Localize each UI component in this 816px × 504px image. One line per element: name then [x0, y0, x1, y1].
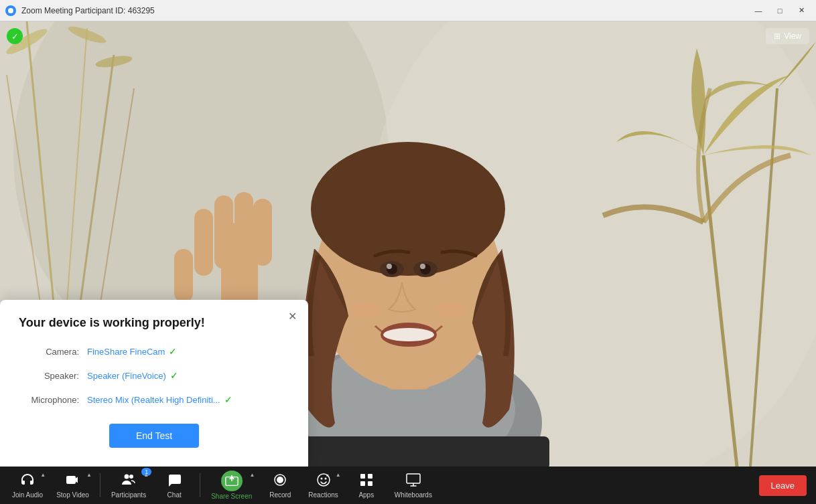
end-test-button[interactable]: End Test: [109, 424, 199, 448]
popup-close-button[interactable]: ✕: [284, 308, 300, 324]
svg-rect-29: [194, 209, 213, 276]
camera-row: Camera: FineShare FineCam ✓: [19, 346, 289, 357]
speaker-row: Speaker: Speaker (FineVoice) ✓: [19, 370, 289, 381]
whiteboards-label: Whiteboards: [395, 491, 432, 499]
speaker-name: Speaker (FineVoice): [87, 371, 166, 381]
whiteboards-icon: [405, 472, 421, 490]
view-button[interactable]: ⊞ View: [766, 28, 809, 44]
svg-point-39: [277, 477, 283, 483]
stop-video-label: Stop Video: [56, 491, 89, 499]
microphone-row: Microphone: Stereo Mix (Realtek High Def…: [19, 394, 289, 405]
toolbar: Join Audio ▲ Stop Video ▲ 1 Participants…: [0, 467, 816, 504]
view-label: View: [784, 31, 801, 41]
record-icon: [272, 472, 288, 490]
svg-rect-46: [368, 481, 372, 486]
speaker-check: ✓: [170, 370, 178, 381]
camera-name: FineShare FineCam: [87, 347, 165, 357]
status-check: ✓: [11, 31, 19, 41]
microphone-name: Stereo Mix (Realtek High Definiti...: [87, 395, 220, 405]
close-button[interactable]: ✕: [792, 3, 811, 18]
svg-rect-32: [253, 199, 272, 266]
svg-point-25: [383, 328, 434, 341]
svg-rect-31: [234, 192, 253, 266]
app-icon: [5, 5, 16, 16]
camera-label: Camera:: [19, 347, 79, 357]
camera-value: FineShare FineCam ✓: [87, 346, 177, 357]
separator-1: [100, 473, 100, 497]
participants-label: Participants: [111, 491, 146, 499]
svg-rect-44: [368, 474, 372, 479]
view-icon: ⊞: [774, 31, 780, 41]
svg-rect-43: [360, 474, 365, 479]
chat-icon: [166, 472, 182, 490]
popup-title: Your device is working properly!: [19, 316, 289, 330]
apps-button[interactable]: Apps: [346, 468, 387, 503]
svg-rect-30: [214, 195, 233, 269]
svg-point-35: [125, 475, 129, 479]
svg-point-23: [420, 264, 425, 269]
join-audio-chevron: ▲: [40, 472, 46, 478]
microphone-label: Microphone:: [19, 395, 79, 405]
apps-label: Apps: [358, 491, 374, 499]
maximize-button[interactable]: □: [770, 3, 789, 18]
reactions-chevron: ▲: [336, 472, 341, 478]
speaker-label: Speaker:: [19, 371, 79, 381]
svg-point-27: [436, 301, 466, 317]
apps-icon: [358, 472, 375, 490]
record-label: Record: [269, 491, 291, 499]
svg-point-26: [350, 301, 380, 317]
svg-rect-47: [407, 474, 420, 483]
svg-rect-34: [268, 436, 549, 467]
svg-point-22: [387, 264, 392, 269]
share-screen-label: Share Screen: [211, 493, 252, 500]
camera-check: ✓: [169, 346, 177, 357]
record-button[interactable]: Record: [260, 468, 300, 503]
window-title: Zoom Meeting Participant ID: 463295: [21, 6, 155, 15]
title-bar-controls[interactable]: — □ ✕: [749, 3, 811, 18]
chat-label: Chat: [167, 491, 182, 499]
microphone-value: Stereo Mix (Realtek High Definiti... ✓: [87, 394, 232, 405]
microphone-check: ✓: [224, 394, 232, 405]
svg-point-42: [324, 478, 326, 480]
camera-icon: [65, 472, 81, 490]
svg-point-36: [129, 475, 133, 479]
stop-video-chevron: ▲: [86, 472, 92, 478]
chat-button[interactable]: Chat: [154, 468, 194, 503]
participants-icon: [121, 472, 137, 490]
share-screen-chevron: ▲: [249, 472, 255, 478]
title-bar: Zoom Meeting Participant ID: 463295 — □ …: [0, 0, 816, 21]
participants-button[interactable]: 1 Participants ▲: [106, 468, 151, 503]
svg-point-41: [320, 478, 322, 480]
join-audio-button[interactable]: Join Audio ▲: [7, 468, 48, 503]
whiteboards-button[interactable]: Whiteboards: [389, 468, 437, 503]
stop-video-button[interactable]: Stop Video ▲: [51, 468, 94, 503]
separator-2: [200, 473, 200, 497]
speaker-value: Speaker (FineVoice) ✓: [87, 370, 178, 381]
minimize-button[interactable]: —: [749, 3, 768, 18]
share-screen-button[interactable]: Share Screen ▲: [206, 468, 257, 503]
zoom-status-icon: ✓: [7, 28, 23, 44]
leave-button[interactable]: Leave: [759, 475, 807, 496]
device-check-popup: ✕ Your device is working properly! Camer…: [0, 300, 308, 467]
svg-rect-33: [174, 249, 193, 303]
reactions-icon: [316, 472, 332, 490]
reactions-label: Reactions: [308, 491, 338, 499]
svg-rect-45: [360, 481, 365, 486]
headphone-icon: [19, 472, 36, 490]
title-bar-left: Zoom Meeting Participant ID: 463295: [5, 5, 155, 16]
join-audio-label: Join Audio: [12, 491, 43, 499]
video-area: ✓ ⊞ View ✕ Your device is working proper…: [0, 21, 816, 467]
share-screen-icon: [221, 471, 243, 491]
reactions-button[interactable]: Reactions ▲: [303, 468, 343, 503]
participants-chevron: ▲: [143, 472, 149, 478]
